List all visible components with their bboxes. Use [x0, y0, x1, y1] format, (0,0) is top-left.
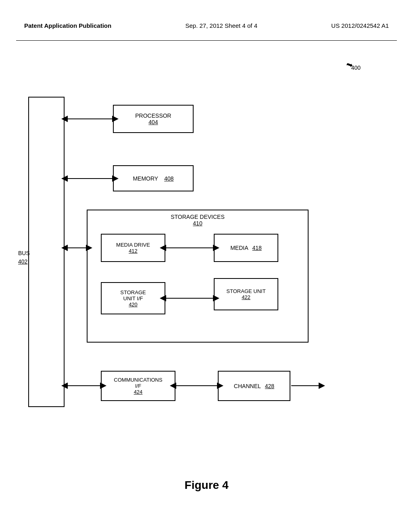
patent-number: US 2012/0242542 A1 [331, 22, 389, 29]
comm-box: COMMUNICATIONS I/F 424 [101, 371, 175, 401]
processor-box: PROCESSOR 404 [113, 105, 194, 133]
storage-if-box: STORAGE UNIT I/F 420 [101, 282, 165, 314]
memory-box: MEMORY 408 [113, 165, 194, 191]
media-box: MEDIA 418 [214, 234, 278, 262]
storage-unit-box: STORAGE UNIT 422 [214, 278, 278, 310]
figure-label: Figure 4 [185, 479, 229, 492]
channel-box: CHANNEL 428 [218, 371, 290, 401]
media-drive-box: MEDIA DRIVE 412 [101, 234, 165, 262]
bus-box [28, 97, 65, 407]
publication-title: Patent Application Publication [24, 22, 111, 29]
bus-label: BUS 402 [18, 249, 30, 266]
sheet-info: Sep. 27, 2012 Sheet 4 of 4 [186, 22, 257, 29]
diagram-area: 400 ➦ BUS 402 PROCESSOR 404 MEMORY 408 S… [16, 52, 397, 508]
header-divider [16, 40, 397, 41]
storage-devices-box: STORAGE DEVICES 410 [87, 210, 309, 343]
